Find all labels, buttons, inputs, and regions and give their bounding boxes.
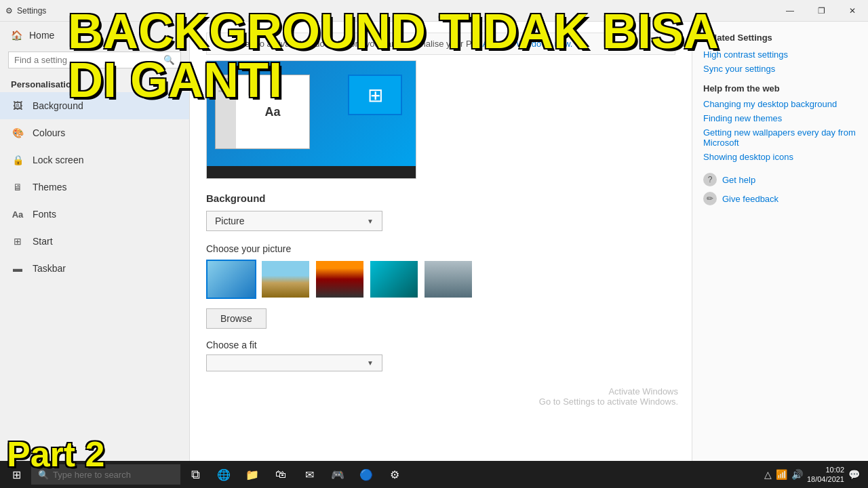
chevron-down-icon: ▼ xyxy=(367,218,374,225)
sidebar-item-label-fonts: Fonts xyxy=(33,209,56,220)
background-icon: 🖼 xyxy=(11,99,24,113)
title-bar: ⚙ Settings — ❐ ✕ xyxy=(0,0,868,22)
store-button[interactable]: 🛍 xyxy=(267,461,294,488)
fit-dropdown[interactable]: ▼ xyxy=(206,354,382,371)
preview-sidebar-line xyxy=(218,86,233,88)
activate-link[interactable]: Activate Windows now. xyxy=(483,39,573,49)
browse-button[interactable]: Browse xyxy=(206,308,267,329)
fonts-icon: Aa xyxy=(11,207,24,221)
get-help-label: Get help xyxy=(722,175,755,185)
preview-sidebar-line xyxy=(218,82,233,84)
get-help-icon: ? xyxy=(703,173,717,186)
preview-window-body: Aa xyxy=(236,75,309,148)
taskbar-clock[interactable]: 10:02 18/04/2021 xyxy=(807,465,844,485)
sidebar-item-start[interactable]: ⊞ Start xyxy=(0,228,189,255)
mail-button[interactable]: ✉ xyxy=(296,461,323,488)
volume-icon: 🔊 xyxy=(791,469,803,480)
start-button[interactable]: ⊞ xyxy=(3,461,30,488)
activate-watermark: Activate Windows Go to Settings to activ… xyxy=(539,386,678,407)
close-button[interactable]: ✕ xyxy=(837,0,868,22)
title-bar-controls: — ❐ ✕ xyxy=(774,0,868,22)
finding-themes-link[interactable]: Finding new themes xyxy=(703,113,857,123)
taskbar-left: ⊞ 🔍 ⧉ 🌐 📁 🛍 ✉ 🎮 🔵 ⚙ xyxy=(3,461,408,488)
choose-picture-label: Choose your picture xyxy=(206,243,675,254)
sidebar-item-background[interactable]: 🖼 Background xyxy=(0,92,189,119)
sidebar-item-themes[interactable]: 🖥 Themes xyxy=(0,174,189,201)
thumb-4[interactable] xyxy=(369,260,419,299)
task-view-button[interactable]: ⧉ xyxy=(182,461,209,488)
sidebar-item-label-colours: Colours xyxy=(33,127,65,138)
network-icon: 📶 xyxy=(776,469,787,480)
high-contrast-link[interactable]: High contrast settings xyxy=(703,49,857,60)
minimize-button[interactable]: — xyxy=(774,0,806,22)
windows-logo: ⊞ xyxy=(368,84,383,106)
sidebar-item-label-background: Background xyxy=(33,100,83,111)
sidebar-home[interactable]: 🏠 Home xyxy=(0,22,189,49)
preview-taskbar xyxy=(207,166,416,178)
system-tray-icon: △ xyxy=(764,469,772,480)
start-icon: ⊞ xyxy=(11,235,24,248)
thumb-3[interactable] xyxy=(315,260,365,299)
search-box[interactable]: 🔍 xyxy=(8,52,181,68)
preview-window-sidebar xyxy=(216,75,236,148)
taskbar-right: △ 📶 🔊 10:02 18/04/2021 💬 xyxy=(764,465,865,485)
sidebar-item-lock-screen[interactable]: 🔒 Lock screen xyxy=(0,146,189,174)
colours-icon: 🎨 xyxy=(11,126,24,140)
wallpapers-link[interactable]: Getting new wallpapers every day from Mi… xyxy=(703,127,857,148)
app1-button[interactable]: 🎮 xyxy=(324,461,351,488)
app-body: 🏠 Home 🔍 Personalisation 🖼 Background 🎨 … xyxy=(0,22,868,461)
taskbar-search-box[interactable]: 🔍 xyxy=(31,464,180,485)
thumb-5[interactable] xyxy=(423,260,473,299)
sidebar-item-colours[interactable]: 🎨 Colours xyxy=(0,119,189,146)
title-bar-title: Settings xyxy=(17,6,46,16)
search-button[interactable]: 🔍 xyxy=(163,55,175,65)
taskbar-icon-sidebar: ▬ xyxy=(11,262,24,275)
edge-button[interactable]: 🌐 xyxy=(210,461,237,488)
related-settings-title: Related Settings xyxy=(703,33,857,43)
taskbar-search-input[interactable] xyxy=(53,470,174,480)
sidebar-item-taskbar[interactable]: ▬ Taskbar xyxy=(0,255,189,282)
activate-banner: You need to activate Windows before you … xyxy=(206,33,675,55)
thumb-1[interactable] xyxy=(206,260,256,299)
watermark-line1: Activate Windows xyxy=(539,386,678,396)
settings-icon: ⚙ xyxy=(5,6,13,16)
watermark-line2: Go to Settings to activate Windows. xyxy=(539,396,678,407)
chrome-button[interactable]: 🔵 xyxy=(353,461,380,488)
home-label: Home xyxy=(29,30,54,41)
get-help-item[interactable]: ? Get help xyxy=(703,173,857,186)
thumb-1-inner xyxy=(208,261,255,298)
taskbar-search-icon: 🔍 xyxy=(38,470,49,480)
explorer-button[interactable]: 📁 xyxy=(239,461,266,488)
sidebar: 🏠 Home 🔍 Personalisation 🖼 Background 🎨 … xyxy=(0,22,190,461)
thumb-2[interactable] xyxy=(260,260,311,299)
preview-sidebar-line xyxy=(218,78,233,80)
preview-window: Aa xyxy=(215,75,310,149)
search-input[interactable] xyxy=(14,55,163,65)
themes-icon: 🖥 xyxy=(11,180,24,194)
taskbar-time-display: 10:02 xyxy=(807,465,844,474)
sidebar-item-fonts[interactable]: Aa Fonts xyxy=(0,201,189,228)
preview-win-icon: ⊞ xyxy=(348,75,402,115)
thumb-5-inner xyxy=(425,261,472,298)
notification-icon: 💬 xyxy=(848,469,860,480)
background-section-label: Background xyxy=(206,192,675,204)
main-content: You need to activate Windows before you … xyxy=(190,22,692,461)
content-inner: You need to activate Windows before you … xyxy=(190,22,692,461)
help-title: Help from the web xyxy=(703,83,857,94)
desktop-icons-link[interactable]: Showing desktop icons xyxy=(703,152,857,162)
give-feedback-item[interactable]: ✏ Give feedback xyxy=(703,192,857,205)
background-dropdown-value: Picture xyxy=(215,216,245,226)
give-feedback-label: Give feedback xyxy=(722,194,778,204)
settings-taskbar-button[interactable]: ⚙ xyxy=(381,461,408,488)
sidebar-item-label-start: Start xyxy=(33,236,53,247)
sidebar-item-label-taskbar: Taskbar xyxy=(33,263,66,274)
thumb-4-inner xyxy=(370,261,418,298)
changing-background-link[interactable]: Changing my desktop background xyxy=(703,99,857,109)
maximize-button[interactable]: ❐ xyxy=(806,0,837,22)
background-dropdown[interactable]: Picture ▼ xyxy=(206,211,382,231)
preview-container: Aa ⊞ xyxy=(206,60,416,179)
taskbar: ⊞ 🔍 ⧉ 🌐 📁 🛍 ✉ 🎮 🔵 ⚙ △ 📶 🔊 10:02 18/04/20… xyxy=(0,461,868,488)
sync-settings-link[interactable]: Sync your settings xyxy=(703,64,857,74)
thumb-3-inner xyxy=(316,261,363,298)
sidebar-item-label-themes: Themes xyxy=(33,182,67,192)
